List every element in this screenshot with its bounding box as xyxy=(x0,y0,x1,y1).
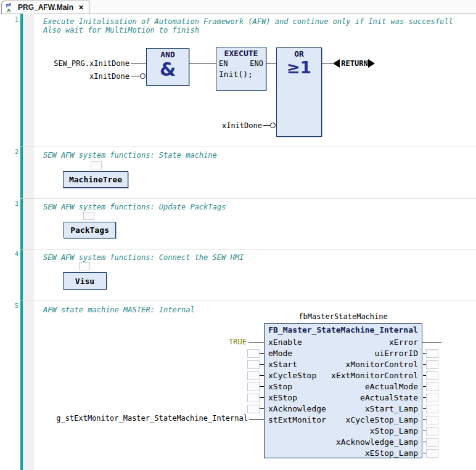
wire xyxy=(248,342,264,342)
network-comment[interactable]: SEW AFW system functions: Update PackTag… xyxy=(43,203,226,211)
fb-instance-name[interactable]: fbMasterStateMachine xyxy=(264,312,422,321)
network-comment[interactable]: Also wait for MultiMotion to finish xyxy=(43,26,199,34)
empty-operand-box[interactable] xyxy=(426,416,438,424)
network-comment[interactable]: AFW state machine MASTER: Internal xyxy=(43,306,195,314)
fb-output-pin: xEStop_Lamp xyxy=(302,448,418,459)
wire xyxy=(260,386,264,387)
empty-operand-box[interactable] xyxy=(83,212,94,220)
fb-master-statemachine-block[interactable]: FB_Master_StateMachine_Internal xEnable … xyxy=(264,323,422,458)
empty-operand-box[interactable] xyxy=(426,438,438,447)
network-divider xyxy=(20,198,476,199)
pou-icon-letter: A xyxy=(7,7,11,14)
execute-block[interactable]: EXECUTE EN ENO Init(); xyxy=(216,47,266,91)
and-block[interactable]: AND & xyxy=(146,48,189,86)
empty-operand-box[interactable] xyxy=(247,349,260,358)
call-box-packtags[interactable]: PackTags xyxy=(64,222,116,238)
network-number: 1 xyxy=(0,16,18,23)
fb-output-pin: uiErrorID xyxy=(302,348,418,359)
wire xyxy=(131,76,140,76)
empty-operand-box[interactable] xyxy=(426,427,438,436)
empty-operand-box[interactable] xyxy=(247,394,260,402)
eno-pin: ENO xyxy=(250,59,263,68)
fb-output-pin: xStart_Lamp xyxy=(302,403,418,415)
wire xyxy=(260,408,264,409)
execute-block-title: EXECUTE xyxy=(216,49,266,58)
wire xyxy=(260,364,264,365)
negation-circle[interactable] xyxy=(140,73,146,79)
empty-operand-box[interactable] xyxy=(79,262,90,270)
network-divider xyxy=(20,147,476,147)
network-number: 4 xyxy=(0,251,18,257)
or-block[interactable]: OR ≥1 xyxy=(276,47,322,137)
fb-input-pin: xEStop xyxy=(268,392,297,403)
empty-operand-box[interactable] xyxy=(247,360,260,369)
fb-output-pin: xStop_Lamp xyxy=(302,426,418,437)
network-number: 2 xyxy=(0,148,18,155)
empty-operand-box[interactable] xyxy=(426,371,438,380)
or-block-title: OR xyxy=(277,49,321,59)
empty-operand-box[interactable] xyxy=(426,383,438,391)
fb-input-pin: eMode xyxy=(268,348,292,359)
network-number: 5 xyxy=(0,302,18,309)
return-left-arrow-icon xyxy=(333,59,340,68)
call-box-visu[interactable]: Visu xyxy=(63,272,107,290)
empty-operand-box[interactable] xyxy=(426,449,438,458)
wire xyxy=(249,419,264,420)
fb-input-pin: xStop xyxy=(268,381,292,392)
and-symbol: & xyxy=(147,59,189,80)
network-number: 3 xyxy=(0,200,18,207)
return-right-arrow-icon xyxy=(368,59,375,68)
network-divider xyxy=(20,249,476,249)
tab-title: PRG_AFW.Main xyxy=(18,3,73,12)
empty-operand-box[interactable] xyxy=(91,161,102,169)
return-element[interactable]: RETURN xyxy=(341,59,368,68)
fb-output-pin: xExtMonitorControl xyxy=(302,370,418,381)
wire xyxy=(260,375,264,376)
fb-output-pin: xError xyxy=(302,337,418,348)
fb-input-pin: xEnable xyxy=(268,337,302,348)
empty-operand-box[interactable] xyxy=(247,383,260,391)
wire xyxy=(422,342,441,342)
fb-output-pin: xCycleStop_Lamp xyxy=(302,415,418,426)
tab-bar: ≓ A PRG_AFW.Main ✕ xyxy=(0,0,476,14)
operand-xinitdone[interactable]: xInitDone xyxy=(37,72,129,81)
wire xyxy=(260,353,264,354)
wire xyxy=(260,397,264,398)
pou-icon: ≓ A xyxy=(5,3,15,12)
or-symbol: ≥1 xyxy=(277,59,321,77)
network-comment[interactable]: SEW AFW system functions: Connect the SE… xyxy=(43,253,244,262)
wire xyxy=(131,63,146,63)
wire xyxy=(266,63,276,63)
network-gutter xyxy=(23,14,34,470)
network-comment[interactable]: Execute Initalisation of Automation Fram… xyxy=(43,17,453,26)
network-comment[interactable]: SEW AFW system functions: State machine xyxy=(43,151,217,160)
fb-output-pin: xAcknowledge_Lamp xyxy=(302,437,418,448)
empty-operand-box[interactable] xyxy=(426,360,438,369)
empty-operand-box[interactable] xyxy=(247,371,260,380)
empty-operand-box[interactable] xyxy=(426,394,438,402)
negation-circle[interactable] xyxy=(270,123,276,128)
literal-true[interactable]: TRUE xyxy=(210,338,247,346)
fb-type-name: FB_Master_StateMachine_Internal xyxy=(265,325,422,334)
fb-input-pin: xStart xyxy=(268,359,297,370)
fb-output-pin: xMonitorControl xyxy=(302,359,418,370)
empty-operand-box[interactable] xyxy=(247,405,260,413)
editor-tab[interactable]: ≓ A PRG_AFW.Main ✕ xyxy=(1,1,89,14)
en-pin: EN xyxy=(219,59,228,68)
empty-operand-box[interactable] xyxy=(426,349,438,358)
execute-body-code[interactable]: Init(); xyxy=(219,70,253,79)
operand-ext-monitor-var[interactable]: g_stExtMonitor_Master_StateMachine_Inter… xyxy=(49,414,248,423)
fb-output-pin: eActualMode xyxy=(302,381,418,392)
operand-xinitdone-or[interactable]: xInitDone xyxy=(170,121,262,130)
and-block-title: AND xyxy=(147,50,189,59)
wire xyxy=(263,125,270,126)
call-box-machinetree[interactable]: MachineTree xyxy=(63,171,128,188)
fb-output-pin: eActualState xyxy=(302,392,418,403)
tab-close-icon[interactable]: ✕ xyxy=(78,4,84,12)
empty-operand-box[interactable] xyxy=(426,405,438,413)
network-divider xyxy=(20,301,476,301)
operand-sew-prg-xinitdone[interactable]: SEW_PRG.xInitDone xyxy=(25,59,129,68)
wire xyxy=(322,63,333,63)
wire xyxy=(189,63,216,63)
fbd-editor: ≓ A PRG_AFW.Main ✕ 1 Execute Initalisati… xyxy=(0,0,476,470)
